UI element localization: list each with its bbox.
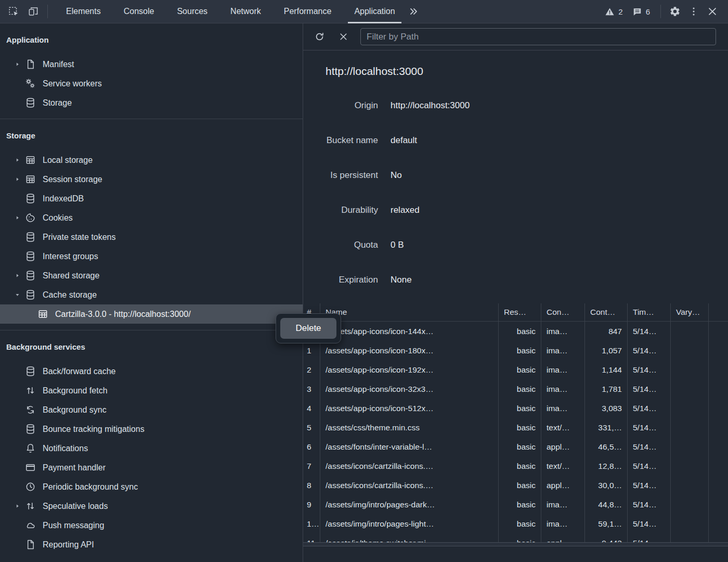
table-cell: basic — [499, 476, 541, 495]
table-cell: 59,1… — [585, 514, 628, 533]
tab-application[interactable]: Application — [343, 0, 406, 23]
table-row[interactable]: 8/assets/icons/cartzilla-icons.…basicapp… — [303, 476, 728, 495]
messages-badge[interactable]: 6 — [632, 7, 650, 17]
table-row[interactable]: 11/assets/js/theme.switcher.mi…basicappl… — [303, 533, 728, 542]
tab-performance[interactable]: Performance — [272, 0, 343, 23]
table-row[interactable]: 9/assets/img/intro/pages-dark…basicima…4… — [303, 495, 728, 514]
sidebar-item-back-forward-cache[interactable]: Back/forward cache — [0, 362, 303, 381]
kebab-menu-icon[interactable] — [685, 3, 702, 20]
column-header-con[interactable]: Con… — [541, 303, 585, 321]
table-cell-filler — [709, 495, 728, 514]
chevron-right-icon[interactable] — [15, 176, 25, 183]
sidebar-item-storage[interactable]: Storage — [0, 93, 303, 112]
more-tabs-icon[interactable] — [407, 3, 420, 20]
sidebar-item-reporting-api[interactable]: Reporting API — [0, 535, 303, 554]
column-header-vary[interactable]: Vary… — [671, 303, 709, 321]
sidebar-item-interest-groups[interactable]: Interest groups — [0, 247, 303, 266]
table-cell — [671, 341, 709, 360]
column-header-name[interactable]: Name — [320, 303, 499, 321]
table-row[interactable]: 1/assets/app-icons/icon-180x…basicima…1,… — [303, 341, 728, 360]
sidebar-item-manifest[interactable]: Manifest — [0, 55, 303, 74]
table-row[interactable]: 0/assets/app-icons/icon-144x…basicima…84… — [303, 322, 728, 341]
chevron-right-icon[interactable] — [15, 157, 25, 163]
detail-label: Bucket name — [303, 135, 378, 146]
expander-placeholder — [15, 407, 25, 413]
table-cell-filler — [709, 418, 728, 437]
sidebar-item-label: Bounce tracking mitigations — [43, 425, 145, 434]
preview-splitter[interactable] — [303, 542, 728, 546]
table-row[interactable]: 4/assets/app-icons/icon-512x…basicima…3,… — [303, 399, 728, 418]
column-header-cont[interactable]: Cont… — [585, 303, 628, 321]
column-header-tim[interactable]: Tim… — [628, 303, 671, 321]
detail-row-expiration: ExpirationNone — [303, 262, 728, 297]
sidebar-item-push-messaging[interactable]: Push messaging — [0, 516, 303, 535]
inspect-icon[interactable] — [5, 3, 22, 20]
table-cell: 9,443 — [585, 533, 628, 542]
sidebar-item-indexeddb[interactable]: IndexedDB — [0, 189, 303, 208]
close-icon[interactable] — [704, 3, 721, 20]
chevron-right-icon[interactable] — [15, 61, 25, 68]
sidebar-item-session-storage[interactable]: Session storage — [0, 170, 303, 189]
sidebar-item-bounce-tracking-mitigations[interactable]: Bounce tracking mitigations — [0, 419, 303, 439]
sidebar-item-cache-storage[interactable]: Cache storage — [0, 285, 303, 304]
clear-icon[interactable] — [335, 29, 351, 45]
detail-label: Is persistent — [303, 170, 378, 181]
settings-gear-icon[interactable] — [667, 3, 683, 20]
refresh-icon[interactable] — [311, 29, 327, 45]
table-row[interactable]: 6/assets/fonts/inter-variable-l…basicapp… — [303, 437, 728, 456]
chevron-right-icon[interactable] — [15, 215, 25, 221]
table-cell: 5/14… — [628, 360, 671, 379]
table-icon — [25, 174, 36, 185]
sidebar-item-notifications[interactable]: Notifications — [0, 439, 303, 458]
chevron-right-icon[interactable] — [15, 273, 25, 279]
table-cell-filler — [709, 399, 728, 418]
cache-filter-bar — [303, 23, 728, 50]
table-cell: 9 — [303, 495, 320, 514]
filter-by-path-input[interactable] — [360, 28, 716, 45]
table-cell: 46,5… — [585, 437, 628, 456]
table-cell: text/… — [541, 418, 585, 437]
table-row[interactable]: 7/assets/icons/cartzilla-icons.…basictex… — [303, 456, 728, 476]
table-row[interactable]: 3/assets/app-icons/icon-32x3…basicima…1,… — [303, 379, 728, 399]
sidebar-section-application: ApplicationManifestService workersStorag… — [0, 23, 303, 119]
sidebar-item-shared-storage[interactable]: Shared storage — [0, 266, 303, 285]
section-title: Background services — [0, 330, 303, 362]
table-cell — [671, 399, 709, 418]
sidebar-item-private-state-tokens[interactable]: Private state tokens — [0, 227, 303, 247]
tab-console[interactable]: Console — [112, 0, 166, 23]
delete-menu-item[interactable]: Delete — [280, 318, 336, 339]
sidebar-item-background-fetch[interactable]: Background fetch — [0, 381, 303, 400]
application-sidebar: ApplicationManifestService workersStorag… — [0, 23, 303, 562]
sidebar-item-service-workers[interactable]: Service workers — [0, 74, 303, 93]
column-header-res[interactable]: Res… — [499, 303, 541, 321]
database-icon — [25, 424, 36, 435]
tab-elements[interactable]: Elements — [55, 0, 112, 23]
table-cell: basic — [499, 456, 541, 476]
sidebar-item-label: Push messaging — [43, 521, 104, 530]
sidebar-item-cookies[interactable]: Cookies — [0, 208, 303, 227]
table-cell: /assets/app-icons/icon-512x… — [320, 399, 499, 418]
sidebar-item-cartzilla-3-0-0-http-localhost-3000[interactable]: Cartzilla-3.0.0 - http://localhost:3000/ — [0, 304, 303, 324]
toolbar-divider — [47, 5, 48, 18]
table-cell: basic — [499, 341, 541, 360]
device-toolbar-icon[interactable] — [25, 3, 42, 20]
tab-network[interactable]: Network — [219, 0, 272, 23]
chevron-down-icon[interactable] — [15, 292, 25, 298]
table-row[interactable]: 2/assets/app-icons/icon-192x…basicima…1,… — [303, 360, 728, 379]
table-row[interactable]: 5/assets/css/theme.min.cssbasictext/…331… — [303, 418, 728, 437]
sidebar-item-periodic-background-sync[interactable]: Periodic background sync — [0, 477, 303, 496]
table-row[interactable]: 1…/assets/img/intro/pages-light…basicima… — [303, 514, 728, 533]
warnings-badge[interactable]: 2 — [605, 7, 622, 17]
tab-sources[interactable]: Sources — [165, 0, 219, 23]
sidebar-item-label: Notifications — [43, 444, 88, 453]
chevron-right-icon[interactable] — [15, 503, 25, 509]
updown-arrows-icon — [25, 501, 36, 512]
sidebar-item-speculative-loads[interactable]: Speculative loads — [0, 496, 303, 516]
sidebar-item-payment-handler[interactable]: Payment handler — [0, 458, 303, 477]
table-cell: 5/14… — [628, 533, 671, 542]
sidebar-item-local-storage[interactable]: Local storage — [0, 150, 303, 170]
table-cell: appl… — [541, 476, 585, 495]
database-icon — [25, 251, 36, 262]
table-cell: 5/14… — [628, 437, 671, 456]
sidebar-item-background-sync[interactable]: Background sync — [0, 400, 303, 419]
